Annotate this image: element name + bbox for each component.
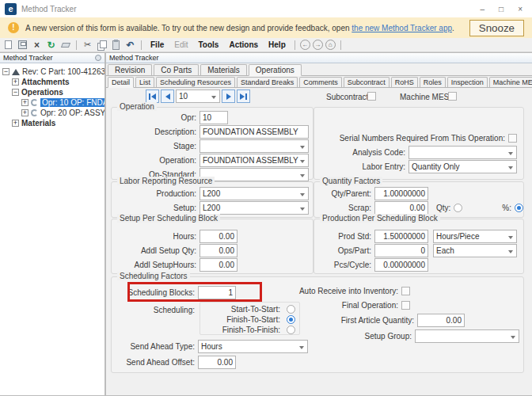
pcs-cycle-field[interactable]: 0.00000000 [374,258,428,272]
send-ahead-offset-label: Send Ahead Offset: [112,358,198,367]
hours-label: Hours: [113,232,200,241]
machine-mes-checkbox[interactable] [448,92,457,101]
subtab-inspection[interactable]: Inspection [447,77,488,88]
menu-actions[interactable]: Actions [225,40,262,49]
window-controls: – □ × [481,5,527,13]
subtab-rohs[interactable]: RoHS [391,77,418,88]
production-select[interactable]: L200 [200,187,309,200]
serial-numbers-checkbox[interactable] [508,134,517,143]
stage-select[interactable] [200,139,309,153]
labor-entry-select[interactable]: Quantity Only [408,160,517,173]
tree-node-attachments[interactable]: Attachments [0,77,104,87]
tab-co-parts[interactable]: Co Parts [154,64,199,76]
copy-button[interactable] [96,39,108,51]
tree-node-opr20[interactable]: Opr: 20 OP: ASSYL10 [0,108,104,118]
cut-button[interactable]: ✂ [82,39,93,51]
undo-button[interactable]: ↶ [124,39,136,51]
clear-button[interactable] [59,39,71,51]
op-standard-select[interactable] [200,168,309,181]
tab-materials[interactable]: Materials [200,64,247,76]
qty-radio[interactable] [454,204,462,212]
banner-message: A new version of this form is available.… [25,24,454,32]
addl-setup-qty-field[interactable]: 0.00 [200,244,238,257]
hours-field[interactable]: 0.00 [200,230,238,243]
previous-record-button[interactable] [161,89,174,103]
snooze-button[interactable]: Snooze [469,20,524,36]
subtab-comments[interactable]: Comments [299,77,342,88]
paste-icon [112,40,120,50]
subtab-roles[interactable]: Roles [420,77,446,88]
minimize-button[interactable]: – [481,5,485,13]
send-ahead-type-label: Send Ahead Type: [112,342,198,351]
new-document-icon [5,40,12,49]
last-record-button[interactable] [237,89,250,103]
subtab-detail[interactable]: Detail [108,77,134,88]
tree-node-label-selected[interactable]: Opr: 10 OP: FNDASSY [40,98,104,107]
menu-tools[interactable]: Tools [194,40,222,49]
close-button[interactable]: × [518,5,522,13]
expand-icon[interactable] [12,78,19,86]
tree-node-opr10[interactable]: Opr: 10 OP: FNDASSY [0,97,104,108]
addl-setup-qty-label: Addl Setup Qty: [113,246,200,255]
subtab-subcontract[interactable]: Subcontract [344,77,390,88]
first-record-button[interactable] [146,89,159,103]
tree-node-revision[interactable]: Rev: C Part: 100-41263 [0,67,104,77]
paste-button[interactable] [110,39,122,51]
record-select[interactable]: 10 [176,89,220,103]
update-banner: ! A new version of this form is availabl… [0,17,532,38]
setup-group-select[interactable] [415,329,519,343]
menu-help[interactable]: Help [264,40,290,49]
menu-file[interactable]: File [146,40,168,49]
auto-receive-checkbox[interactable] [401,287,410,295]
prod-std-unit-select[interactable]: Hours/Piece [433,230,517,243]
expand-icon[interactable] [21,99,28,106]
tree-node-operations[interactable]: Operations [0,87,104,97]
title-bar: e Method Tracker – □ × [0,0,532,17]
scheduling-factors-group-title: Scheduling Factors [117,272,190,280]
main-panel-header: Method Tracker [106,53,532,63]
setup-select[interactable]: L200 [200,201,309,215]
prod-std-field[interactable]: 1.50000000 [374,230,428,243]
addl-setup-hours-field[interactable]: 0.00 [200,258,238,272]
subcontract-checkbox[interactable] [367,92,376,101]
collapse-icon[interactable] [12,89,19,96]
tree-node-materials[interactable]: Materials [0,118,104,128]
analysis-code-select[interactable] [408,146,517,159]
ops-part-unit-select[interactable]: Each [433,244,517,257]
new-button[interactable] [2,39,14,51]
description-field[interactable]: FOUNDATION ASSEMBLY [200,125,309,139]
refresh-button[interactable]: ↻ [45,39,57,51]
home-button[interactable]: ⌂ [325,40,336,50]
cut-icon: ✂ [84,40,91,49]
next-record-button[interactable] [222,89,235,103]
delete-button[interactable]: × [31,39,43,51]
operation-select[interactable]: FOUNDATION ASSEMBLY [200,154,309,167]
quantity-factors-group: Quantity Factors Qty/Parent: 1.00000000 … [314,181,524,218]
save-button[interactable] [17,39,28,51]
scrap-field[interactable]: 0.00 [374,201,428,215]
opr-field[interactable]: 10 [200,111,228,124]
expand-icon[interactable] [12,120,19,127]
percent-radio[interactable] [515,204,523,212]
production-label: Production: [113,189,200,198]
subtab-list[interactable]: List [135,77,154,88]
send-ahead-offset-field[interactable]: 0.00 [198,356,236,369]
tab-operations[interactable]: Operations [249,64,302,76]
subtab-machine-mes[interactable]: Machine MES [489,77,532,88]
navigate-back-button[interactable]: ← [300,40,310,50]
expand-icon[interactable] [21,109,28,116]
collapse-icon[interactable] [2,68,10,75]
subtab-standard-breaks[interactable]: Standard Breaks [237,77,298,88]
maximize-button[interactable]: □ [499,5,504,13]
ops-part-field[interactable]: 0 [374,244,428,257]
qty-parent-field[interactable]: 1.00000000 [374,187,428,200]
setup-block-group: Setup Per Scheduling Block Hours: 0.00 A… [111,219,314,274]
new-app-link[interactable]: the new Method Tracker app [352,24,452,32]
final-operation-checkbox[interactable] [401,301,410,310]
navigate-forward-button[interactable]: → [313,40,323,50]
menu-edit[interactable]: Edit [170,40,192,49]
subtab-scheduling-resources[interactable]: Scheduling Resources [156,77,235,88]
first-article-field[interactable]: 0.00 [417,314,465,327]
tab-revision[interactable]: Revision [108,64,152,76]
operation-icon [31,99,38,106]
